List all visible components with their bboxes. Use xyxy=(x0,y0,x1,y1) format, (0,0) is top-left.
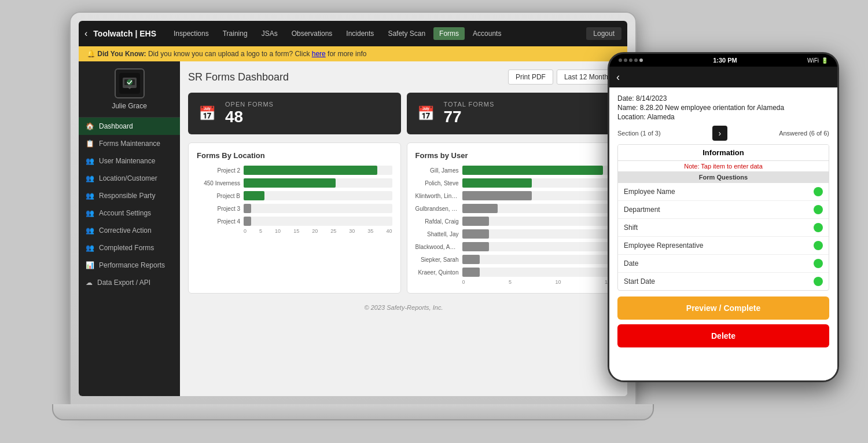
footer-text: © 2023 Safety-Reports, Inc. xyxy=(188,304,619,311)
home-icon: 🏠 xyxy=(86,122,94,130)
bar-row-location-4: Project 3 xyxy=(197,204,392,213)
sidebar-label-data-export: Data Export / API xyxy=(97,279,150,287)
status-time: 1:30 PM xyxy=(713,57,737,64)
charts-row: Forms By Location Project 2 450 Invernes… xyxy=(188,142,619,294)
tablet-content: Date: 8/14/2023 Name: 8.28.20 New employ… xyxy=(609,87,837,380)
field-dot-department xyxy=(814,205,823,214)
nav-incidents[interactable]: Incidents xyxy=(340,27,380,40)
answered-indicator: Answered (6 of 6) xyxy=(779,130,829,137)
nav-jsas[interactable]: JSAs xyxy=(256,27,284,40)
tablet-back-button[interactable]: ‹ xyxy=(616,71,620,83)
calendar-icon-open: 📅 xyxy=(198,105,216,122)
bar-row-user-3: Klintworth, Lindsay xyxy=(415,191,611,200)
chart-location-axis: 0 5 10 15 20 25 30 35 40 xyxy=(197,228,392,234)
signal-dot-1 xyxy=(619,58,622,62)
sidebar-label-forms-maintenance: Forms Maintenance xyxy=(99,140,160,148)
next-section-button[interactable]: › xyxy=(712,126,727,141)
completed-icon: 👥 xyxy=(86,244,94,252)
dashboard-header: SR Forms Dashboard Print PDF Last 12 Mon… xyxy=(188,69,619,85)
field-employee-rep[interactable]: Employee Representative xyxy=(618,237,829,255)
navbar: ‹ Toolwatch | EHS Inspections Training J… xyxy=(79,21,627,46)
sidebar-label-performance-reports: Performance Reports xyxy=(99,261,165,269)
bar-chart-location: Project 2 450 Inverness xyxy=(197,166,392,226)
sidebar-username: Julie Grace xyxy=(112,102,147,110)
battery-icon: 🔋 xyxy=(821,57,828,64)
print-pdf-button[interactable]: Print PDF xyxy=(508,69,553,85)
field-start-date[interactable]: Start Date xyxy=(618,273,829,290)
bar-row-location-3: Project B xyxy=(197,191,392,200)
corrective-icon: 👥 xyxy=(86,226,94,235)
banner-icon: 🔔 xyxy=(87,50,95,58)
form-name: Name: 8.28.20 New employee orientation f… xyxy=(617,104,829,112)
avatar xyxy=(115,68,145,98)
open-forms-value: 48 xyxy=(225,108,274,126)
chart-user-title: Forms by User xyxy=(415,151,611,160)
form-date: Date: 8/14/2023 xyxy=(617,94,829,102)
form-location: Location: Alameda xyxy=(617,113,829,121)
signal-dot-3 xyxy=(629,58,632,62)
sidebar-item-corrective-action[interactable]: 👥 Corrective Action xyxy=(79,222,180,239)
preview-complete-button[interactable]: Preview / Complete xyxy=(617,296,829,320)
navbar-nav: Inspections Training JSAs Observations I… xyxy=(168,27,586,40)
field-dot-employee-rep xyxy=(814,241,823,250)
banner-end: for more info xyxy=(328,50,366,58)
field-date[interactable]: Date xyxy=(618,255,829,273)
tablet-header: ‹ xyxy=(609,67,837,87)
bar-row-user-4: Gulbrandsen, Erik xyxy=(415,204,611,213)
sidebar-item-dashboard[interactable]: 🏠 Dashboard xyxy=(79,118,180,135)
sidebar-item-forms-maintenance[interactable]: 📋 Forms Maintenance xyxy=(79,135,180,152)
delete-button[interactable]: Delete xyxy=(617,324,829,347)
forms-icon: 📋 xyxy=(86,140,94,148)
nav-accounts[interactable]: Accounts xyxy=(467,27,507,40)
nav-inspections[interactable]: Inspections xyxy=(168,27,215,40)
bar-row-user-1: Gill, James xyxy=(415,166,611,175)
export-icon: ☁ xyxy=(86,279,93,287)
sidebar-label-user-maintenance: User Maintenance xyxy=(99,157,155,165)
field-shift[interactable]: Shift xyxy=(618,219,829,237)
sidebar-item-account-settings[interactable]: 👥 Account Settings xyxy=(79,204,180,222)
sidebar-label-corrective-action: Corrective Action xyxy=(99,226,152,235)
questions-header: Form Questions xyxy=(618,171,829,183)
bar-row-user-5: Rafdal, Craig xyxy=(415,217,611,226)
sidebar-user-section: Julie Grace xyxy=(79,61,180,118)
tablet-form-meta: Date: 8/14/2023 Name: 8.28.20 New employ… xyxy=(617,94,829,121)
stat-cards: 📅 OPEN FORMS 48 📅 TOTAL FORMS 77 xyxy=(188,93,619,134)
info-box: Information Note: Tap item to enter data… xyxy=(617,144,829,291)
field-employee-name[interactable]: Employee Name xyxy=(618,183,829,201)
logout-button[interactable]: Logout xyxy=(586,27,621,40)
sidebar-item-user-maintenance[interactable]: 👥 User Maintenance xyxy=(79,152,180,170)
status-dots xyxy=(619,58,643,62)
banner-link[interactable]: here xyxy=(312,50,326,58)
bar-row-location-1: Project 2 xyxy=(197,166,392,175)
sidebar-item-completed-forms[interactable]: 👥 Completed Forms xyxy=(79,239,180,257)
nav-training[interactable]: Training xyxy=(217,27,253,40)
total-forms-label: TOTAL FORMS xyxy=(444,101,495,108)
chart-user-axis: 0 5 10 15 xyxy=(415,279,611,285)
total-forms-value: 77 xyxy=(444,108,495,126)
main-layout: Julie Grace 🏠 Dashboard 📋 Forms Maintena… xyxy=(79,61,627,396)
notification-banner: 🔔 Did You Know: Did you know you can upl… xyxy=(79,46,627,61)
tablet-shell: 1:30 PM WiFi 🔋 ‹ Date: 8/14/2023 Name: 8… xyxy=(608,52,839,382)
page-title: SR Forms Dashboard xyxy=(188,71,289,83)
nav-observations[interactable]: Observations xyxy=(286,27,339,40)
location-icon: 👥 xyxy=(86,174,94,182)
laptop-screen: ‹ Toolwatch | EHS Inspections Training J… xyxy=(79,21,627,396)
sidebar-item-data-export[interactable]: ☁ Data Export / API xyxy=(79,274,180,291)
sidebar-item-responsible-party[interactable]: 👥 Responsible Party xyxy=(79,187,180,204)
info-note: Note: Tap item to enter data xyxy=(618,161,829,171)
party-icon: 👥 xyxy=(86,192,94,200)
reports-icon: 📊 xyxy=(86,261,94,269)
chart-location-title: Forms By Location xyxy=(197,151,392,160)
sidebar-item-location-customer[interactable]: 👥 Location/Customer xyxy=(79,170,180,187)
sidebar-item-performance-reports[interactable]: 📊 Performance Reports xyxy=(79,257,180,274)
field-department[interactable]: Department xyxy=(618,201,829,219)
field-dot-start-date xyxy=(814,277,823,286)
header-controls: Print PDF Last 12 Months xyxy=(508,69,619,85)
nav-forms[interactable]: Forms xyxy=(433,27,465,40)
open-forms-label: OPEN FORMS xyxy=(225,101,274,108)
nav-safety-scan[interactable]: Safety Scan xyxy=(382,27,431,40)
laptop-base xyxy=(52,404,654,420)
wifi-icon: WiFi xyxy=(807,57,819,64)
app-title: Toolwatch | EHS xyxy=(93,29,156,38)
nav-back-button[interactable]: ‹ xyxy=(84,28,87,39)
